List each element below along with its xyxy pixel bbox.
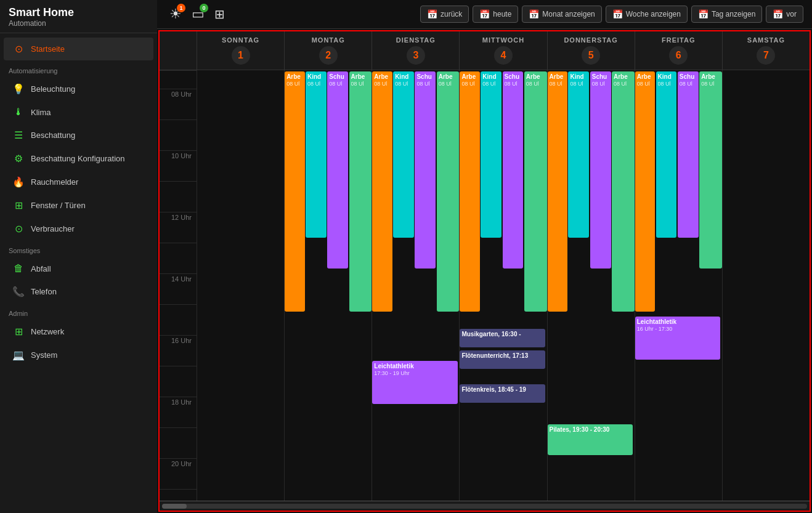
sidebar-item-netzwerk[interactable]: ⊞ Netzwerk — [4, 320, 153, 343]
horizontal-scrollbar[interactable] — [160, 501, 810, 511]
day-header-wed: MITTWOCH 4 — [459, 31, 546, 70]
system-label: System — [31, 350, 57, 360]
sidebar-item-telefon[interactable]: 📞 Telefon — [4, 280, 153, 303]
day-icon: 📅 — [698, 9, 708, 19]
today-button[interactable]: 📅 heute — [473, 6, 518, 23]
fenster-icon: ⊞ — [12, 200, 25, 211]
fenster-label: Fenster / Türen — [31, 201, 86, 210]
time-slot-09 — [160, 119, 197, 150]
event-leichtathletik-tue[interactable]: Leichtathletik 17:30 - 19 Uhr — [372, 361, 457, 404]
event-monday-3[interactable]: Schu 08 Ul — [327, 71, 348, 269]
calendar-area: SONNTAG 1 MONTAG 2 DIENSTAG 3 MITTWOCH 4… — [158, 30, 811, 512]
event-thursday-1[interactable]: Arbe 08 Ul — [548, 71, 567, 312]
event-wednesday-1[interactable]: Arbe 08 Ul — [460, 71, 479, 312]
grid-view-btn[interactable]: ⊞ — [211, 6, 229, 23]
day-col-sunday[interactable] — [197, 70, 284, 501]
event-monday-1[interactable]: Arbe 08 Ul — [285, 71, 304, 312]
sidebar-item-beleuchtung[interactable]: 💡 Beleuchtung — [4, 78, 153, 100]
event-thursday-3[interactable]: Schu 08 Ul — [590, 71, 611, 269]
sidebar-item-fenster[interactable]: ⊞ Fenster / Türen — [4, 194, 153, 217]
event-friday-4[interactable]: Arbe 08 Ul — [699, 71, 722, 269]
sidebar-item-beschattung[interactable]: ☰ Beschattung — [4, 124, 153, 147]
scrollbar-track[interactable] — [162, 504, 807, 509]
scrollbar-thumb[interactable] — [162, 504, 187, 509]
time-slot-17 — [160, 366, 197, 397]
event-friday-2[interactable]: Kind 08 Ul — [656, 71, 677, 238]
event-friday-1[interactable]: Arbe 08 Ul — [635, 71, 655, 312]
beleuchtung-icon: 💡 — [12, 83, 25, 95]
event-pilates[interactable]: Pilates, 19:30 - 20:30 — [548, 424, 633, 455]
today-icon: 📅 — [479, 9, 490, 19]
day-col-monday[interactable]: Arbe 08 Ul Kind 08 Ul Schu 08 Ul Arbe — [284, 70, 371, 501]
event-floetenkreis[interactable]: Flötenkreis, 18:45 - 19 — [460, 384, 545, 403]
event-title: Arbe — [439, 73, 458, 81]
system-icon: 💻 — [12, 349, 25, 361]
event-wednesday-2[interactable]: Kind 08 Ul — [481, 71, 501, 238]
sidebar-item-rauchmelder[interactable]: 🔥 Rauchmelder — [4, 171, 153, 193]
event-tuesday-2[interactable]: Kind 08 Ul — [393, 71, 414, 238]
event-time: 08 Ul — [439, 81, 458, 88]
event-floetenunterricht[interactable]: Flötenunterricht, 17:13 — [460, 350, 545, 369]
event-time: 08 Ul — [658, 81, 675, 88]
light-status-btn[interactable]: ☀ 1 — [166, 5, 185, 23]
day-button[interactable]: 📅 Tag anzeigen — [691, 6, 762, 23]
startseite-label: Startseite — [31, 44, 65, 54]
telefon-label: Telefon — [31, 287, 57, 296]
event-wednesday-3[interactable]: Schu 08 Ul — [503, 71, 524, 269]
toolbar-icon-group: ☀ 1 ▭ 0 ⊞ — [166, 5, 229, 23]
day-col-friday[interactable]: Arbe 08 Ul Kind 08 Ul Schu 08 Ul Arbe — [635, 70, 722, 501]
event-monday-2[interactable]: Kind 08 Ul — [306, 71, 327, 238]
time-slot-20: 20 Uhr — [160, 458, 197, 489]
sidebar-item-system[interactable]: 💻 System — [4, 344, 153, 366]
event-friday-3[interactable]: Schu 08 Ul — [678, 71, 699, 238]
month-button[interactable]: 📅 Monat anzeigen — [522, 6, 601, 23]
event-title: Leichtathletik — [374, 362, 455, 370]
event-wednesday-4[interactable]: Arbe 08 Ul — [524, 71, 547, 312]
event-title: Arbe — [286, 73, 302, 81]
sidebar-nav: ⊙ Startseite Automatisierung 💡 Beleuchtu… — [0, 33, 157, 513]
sidebar-item-startseite[interactable]: ⊙ Startseite — [4, 38, 153, 60]
event-musikgarten[interactable]: Musikgarten, 16:30 - — [460, 329, 545, 347]
app-subtitle: Automation — [9, 19, 148, 28]
event-title: Arbe — [351, 73, 370, 81]
forward-button[interactable]: 📅 vor — [766, 6, 803, 23]
event-tuesday-4[interactable]: Arbe 08 Ul — [437, 71, 460, 312]
event-thursday-4[interactable]: Arbe 08 Ul — [612, 71, 635, 312]
event-title: Kind — [395, 73, 412, 81]
event-monday-4[interactable]: Arbe 08 Ul — [349, 71, 372, 312]
sidebar-item-klima[interactable]: 🌡 Klima — [4, 101, 153, 123]
event-title: Schu — [329, 73, 346, 81]
beschattung-label: Beschattung — [31, 131, 75, 140]
time-slot-16: 16 Uhr — [160, 335, 197, 366]
sidebar-item-verbraucher[interactable]: ⊙ Verbraucher — [4, 217, 153, 240]
main-content: ☀ 1 ▭ 0 ⊞ 📅 zurück 📅 heute 📅 Monat anzei… — [157, 0, 812, 513]
week-button[interactable]: 📅 Woche anzeigen — [606, 6, 688, 23]
event-thursday-2[interactable]: Kind 08 Ul — [568, 71, 589, 238]
device-status-btn[interactable]: ▭ 0 — [188, 5, 208, 23]
day-header-sat: SAMSTAG 7 — [722, 31, 810, 70]
event-tuesday-3[interactable]: Schu 08 Ul — [415, 71, 436, 269]
event-tuesday-1[interactable]: Arbe 08 Ul — [372, 71, 392, 312]
beleuchtung-label: Beleuchtung — [31, 84, 75, 94]
sidebar: Smart Home Automation ⊙ Startseite Autom… — [0, 0, 157, 513]
event-title: Arbe — [374, 73, 390, 81]
event-time: 08 Ul — [680, 81, 697, 88]
day-col-wednesday[interactable]: Arbe 08 Ul Kind 08 Ul Schu 08 Ul Arbe — [459, 70, 546, 501]
verbraucher-icon: ⊙ — [12, 223, 25, 235]
sidebar-item-beschattung-konfig[interactable]: ⚙ Beschattung Konfiguration — [4, 147, 153, 170]
sidebar-item-abfall[interactable]: 🗑 Abfall — [4, 257, 153, 280]
event-title: Kind — [658, 73, 675, 81]
month-icon: 📅 — [529, 9, 539, 19]
day-col-tuesday[interactable]: Arbe 08 Ul Kind 08 Ul Schu 08 Ul Arbe — [371, 70, 459, 501]
day-header-sun: SONNTAG 1 — [197, 31, 284, 70]
day-col-thursday[interactable]: Arbe 08 Ul Kind 08 Ul Schu 08 Ul Arbe — [547, 70, 635, 501]
event-time: 08 Ul — [329, 81, 346, 88]
event-leichtathletik-fri[interactable]: Leichtathletik 16 Uhr - 17:30 — [635, 317, 720, 360]
day-col-saturday[interactable] — [722, 70, 810, 501]
event-time: 08 Ul — [351, 81, 370, 88]
section-automatisierung: Automatisierung — [0, 61, 157, 77]
back-button[interactable]: 📅 zurück — [420, 6, 469, 23]
event-title: Leichtathletik — [637, 318, 718, 326]
calendar-body[interactable]: 08 Uhr 10 Uhr 12 Uhr 14 Uhr 16 Uhr 18 Uh… — [160, 70, 810, 501]
time-slot-11 — [160, 181, 197, 212]
